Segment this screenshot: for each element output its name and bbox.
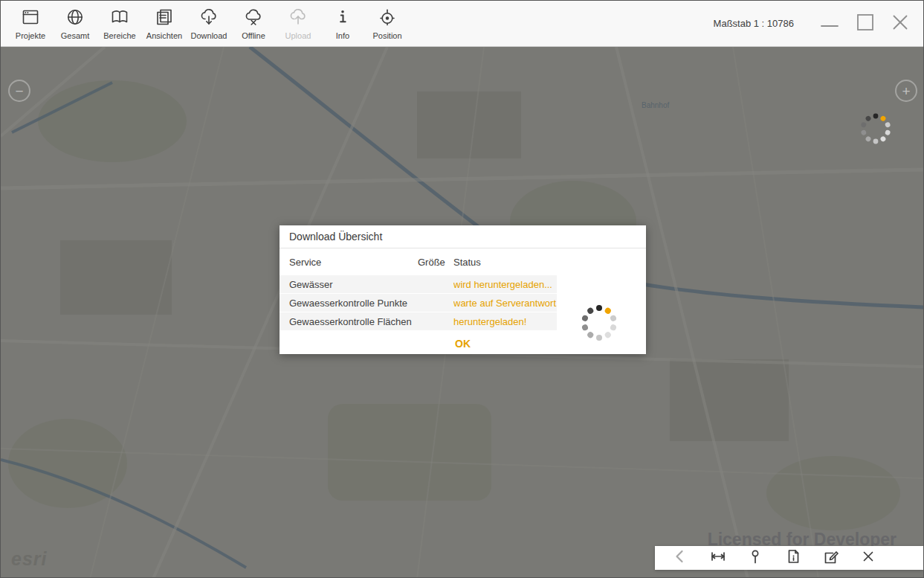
close-window-button[interactable] [892, 14, 908, 33]
measure-icon [710, 548, 726, 568]
minus-icon: − [15, 84, 23, 98]
minimize-icon [821, 13, 839, 34]
table-row: Gewässer wird heruntergeladen... [280, 275, 557, 293]
dialog-title: Download Übersicht [280, 225, 646, 248]
note-info-icon [785, 548, 801, 568]
offline-label: Offline [242, 31, 265, 40]
top-toolbar: Projekte Gesamt Bereiche [1, 1, 923, 47]
bereiche-label: Bereiche [103, 31, 135, 40]
service-cell: Gewaesserkontrolle Flächen [289, 316, 418, 327]
download-table: Service Größe Status Gewässer wird herun… [280, 248, 557, 330]
ansichten-label: Ansichten [146, 31, 182, 40]
service-cell: Gewaesserkontrolle Punkte [289, 298, 418, 309]
upload-cloud-icon [288, 7, 308, 30]
download-button[interactable]: Download [188, 2, 230, 45]
bottom-toolbar [655, 546, 923, 570]
views-icon [155, 7, 174, 30]
projects-icon [21, 7, 40, 30]
close-tool-icon [860, 548, 876, 568]
info-label: Info [336, 31, 349, 40]
plus-icon: + [902, 84, 910, 98]
globe-icon [65, 7, 85, 30]
position-label: Position [372, 31, 401, 40]
table-header-row: Service Größe Status [280, 248, 557, 275]
ansichten-button[interactable]: Ansichten [143, 2, 185, 45]
pin-button[interactable] [746, 549, 764, 567]
info-icon [333, 7, 352, 30]
edit-button[interactable] [821, 549, 839, 567]
status-cell: wird heruntergeladen... [453, 279, 557, 290]
column-header-size: Größe [418, 257, 453, 268]
back-button[interactable] [671, 549, 689, 567]
esri-logo: esri [11, 548, 47, 570]
note-info-button[interactable] [784, 549, 802, 567]
edit-icon [822, 548, 839, 568]
offline-button[interactable]: Offline [233, 2, 274, 45]
zoom-in-button[interactable]: + [895, 80, 917, 102]
table-row: Gewaesserkontrolle Flächen heruntergelad… [280, 312, 557, 330]
download-cloud-icon [199, 7, 219, 30]
position-button[interactable]: Position [366, 2, 408, 45]
maximize-icon [856, 13, 874, 34]
service-cell: Gewässer [289, 279, 418, 290]
pin-icon [747, 548, 763, 568]
dialog-body: Service Größe Status Gewässer wird herun… [280, 248, 646, 354]
gesamt-button[interactable]: Gesamt [54, 2, 96, 45]
back-chevron-icon [672, 548, 688, 568]
projekte-label: Projekte [16, 31, 45, 40]
maximize-button[interactable] [856, 13, 874, 34]
upload-button[interactable]: Upload [277, 2, 319, 45]
projekte-button[interactable]: Projekte [10, 2, 51, 45]
window-controls [821, 13, 908, 34]
gesamt-label: Gesamt [61, 31, 90, 40]
close-icon [892, 14, 908, 33]
column-header-status: Status [453, 257, 557, 268]
bereiche-button[interactable]: Bereiche [99, 2, 140, 45]
position-icon [378, 7, 397, 30]
download-overview-dialog: Download Übersicht Service Größe Status … [280, 225, 646, 354]
dialog-loading-spinner [578, 302, 620, 344]
measure-button[interactable] [709, 549, 727, 567]
app-window: Projekte Gesamt Bereiche [0, 0, 924, 578]
status-cell: heruntergeladen! [453, 316, 557, 327]
upload-label: Upload [285, 31, 311, 40]
zoom-out-button[interactable]: − [8, 80, 30, 102]
minimize-button[interactable] [821, 13, 839, 34]
scale-label: Maßstab 1 : 10786 [714, 18, 794, 29]
map-loading-spinner [858, 111, 894, 147]
info-button[interactable]: Info [322, 2, 364, 45]
table-row: Gewaesserkontrolle Punkte warte auf Serv… [280, 294, 557, 312]
close-tool-button[interactable] [859, 549, 877, 567]
areas-book-icon [110, 7, 129, 30]
column-header-service: Service [289, 257, 418, 268]
status-cell: warte auf Serverantwort... [453, 298, 557, 309]
download-label: Download [191, 31, 227, 40]
offline-cloud-icon [244, 7, 263, 30]
